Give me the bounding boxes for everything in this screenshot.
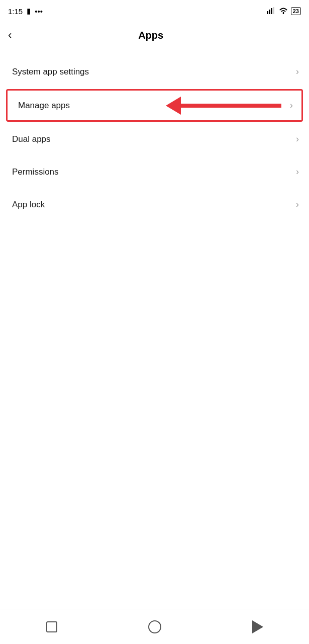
system-app-settings-item[interactable]: System app settings › <box>0 55 309 88</box>
arrow-shaft <box>181 104 281 108</box>
dual-apps-label: Dual apps <box>12 134 51 144</box>
permissions-label: Permissions <box>12 167 59 177</box>
recents-icon <box>46 621 57 632</box>
svg-rect-2 <box>271 8 272 14</box>
system-app-settings-label: System app settings <box>12 67 89 77</box>
chevron-right-icon: › <box>296 167 299 177</box>
menu-list: System app settings › Manage apps › Dual… <box>0 55 309 221</box>
back-button[interactable]: ‹ <box>8 28 16 43</box>
app-lock-item[interactable]: App lock › <box>0 188 309 221</box>
recents-button[interactable] <box>39 614 64 639</box>
status-right: 23 <box>267 7 301 16</box>
status-left: 1:15 ▮ ••• <box>8 7 43 16</box>
arrow-annotation <box>166 97 281 115</box>
manage-apps-label: Manage apps <box>18 101 70 111</box>
app-lock-label: App lock <box>12 200 45 210</box>
page-title: Apps <box>16 30 286 41</box>
battery-icon: 23 <box>291 7 301 15</box>
status-bar: 1:15 ▮ ••• 23 <box>0 0 309 20</box>
wifi-icon <box>279 7 288 16</box>
chevron-right-icon: › <box>296 66 299 77</box>
back-icon <box>252 620 263 633</box>
battery-status-icon: ▮ <box>27 7 31 16</box>
signal-icon <box>267 7 276 16</box>
chevron-right-icon: › <box>290 100 293 111</box>
home-button[interactable] <box>142 614 167 639</box>
arrow-head <box>166 97 181 115</box>
svg-rect-0 <box>267 11 268 14</box>
header: ‹ Apps <box>0 20 309 50</box>
chevron-right-icon: › <box>296 199 299 210</box>
nav-bar <box>0 609 309 644</box>
chevron-right-icon: › <box>296 134 299 144</box>
time-display: 1:15 <box>8 7 23 16</box>
manage-apps-item[interactable]: Manage apps › <box>6 89 303 122</box>
svg-rect-1 <box>269 10 270 14</box>
dual-apps-item[interactable]: Dual apps › <box>0 123 309 155</box>
back-nav-button[interactable] <box>245 614 270 639</box>
permissions-item[interactable]: Permissions › <box>0 155 309 188</box>
more-icon: ••• <box>35 7 43 16</box>
svg-rect-3 <box>273 7 274 14</box>
home-icon <box>148 620 161 633</box>
